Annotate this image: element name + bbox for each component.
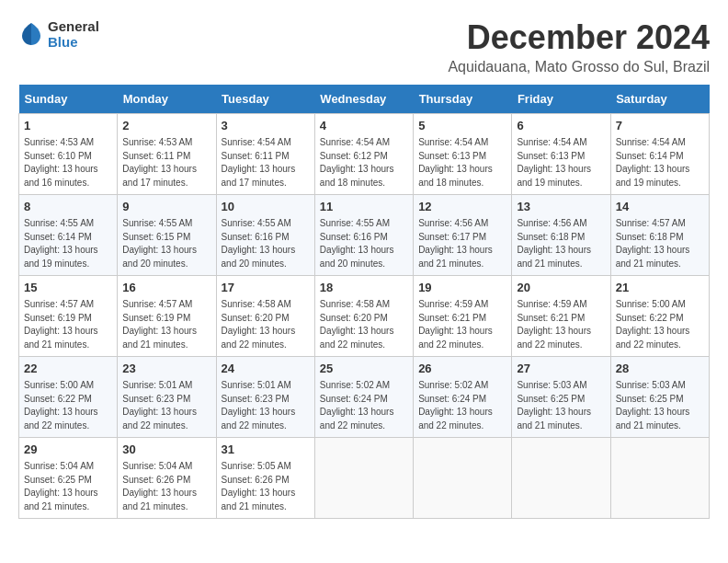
- day-cell: 14Sunrise: 4:57 AMSunset: 6:18 PMDayligh…: [610, 195, 709, 276]
- weekday-header-friday: Friday: [512, 85, 610, 114]
- day-cell: 2Sunrise: 4:53 AMSunset: 6:11 PMDaylight…: [118, 114, 216, 195]
- day-info: Sunrise: 5:00 AMSunset: 6:22 PMDaylight:…: [24, 379, 112, 432]
- day-number: 27: [517, 361, 605, 377]
- day-info: Sunrise: 4:54 AMSunset: 6:11 PMDaylight:…: [222, 136, 310, 190]
- day-cell: 5Sunrise: 4:54 AMSunset: 6:13 PMDaylight…: [414, 114, 512, 195]
- weekday-header-saturday: Saturday: [610, 85, 709, 114]
- day-info: Sunrise: 4:58 AMSunset: 6:20 PMDaylight:…: [222, 298, 310, 351]
- day-cell: [610, 438, 709, 519]
- day-cell: [512, 438, 610, 519]
- weekday-header-monday: Monday: [118, 85, 216, 114]
- day-number: 21: [616, 280, 704, 296]
- location-subtitle: Aquidauana, Mato Grosso do Sul, Brazil: [448, 59, 710, 75]
- day-number: 8: [24, 199, 112, 215]
- day-cell: [414, 438, 512, 519]
- day-info: Sunrise: 4:55 AMSunset: 6:15 PMDaylight:…: [122, 217, 210, 270]
- day-number: 23: [122, 361, 210, 377]
- day-cell: 18Sunrise: 4:58 AMSunset: 6:20 PMDayligh…: [314, 276, 413, 357]
- day-number: 19: [418, 280, 506, 296]
- day-cell: 3Sunrise: 4:54 AMSunset: 6:11 PMDaylight…: [216, 114, 314, 195]
- weekday-header-row: SundayMondayTuesdayWednesdayThursdayFrid…: [19, 85, 710, 114]
- day-number: 28: [616, 361, 704, 377]
- week-row-3: 15Sunrise: 4:57 AMSunset: 6:19 PMDayligh…: [19, 276, 710, 357]
- day-cell: 20Sunrise: 4:59 AMSunset: 6:21 PMDayligh…: [512, 276, 610, 357]
- day-cell: 22Sunrise: 5:00 AMSunset: 6:22 PMDayligh…: [19, 357, 118, 438]
- page-header: General Blue December 2024 Aquidauana, M…: [18, 18, 710, 75]
- day-info: Sunrise: 5:05 AMSunset: 6:26 PMDaylight:…: [222, 460, 310, 513]
- day-number: 1: [24, 118, 112, 134]
- day-info: Sunrise: 5:03 AMSunset: 6:25 PMDaylight:…: [517, 379, 605, 432]
- day-cell: 29Sunrise: 5:04 AMSunset: 6:25 PMDayligh…: [19, 438, 118, 519]
- day-info: Sunrise: 4:59 AMSunset: 6:21 PMDaylight:…: [517, 298, 605, 351]
- weekday-header-thursday: Thursday: [414, 85, 512, 114]
- day-cell: 28Sunrise: 5:03 AMSunset: 6:25 PMDayligh…: [610, 357, 709, 438]
- day-info: Sunrise: 4:53 AMSunset: 6:10 PMDaylight:…: [24, 136, 112, 190]
- day-number: 12: [418, 199, 506, 215]
- day-cell: 31Sunrise: 5:05 AMSunset: 6:26 PMDayligh…: [216, 438, 314, 519]
- day-info: Sunrise: 5:01 AMSunset: 6:23 PMDaylight:…: [122, 379, 210, 432]
- day-cell: 13Sunrise: 4:56 AMSunset: 6:18 PMDayligh…: [512, 195, 610, 276]
- day-cell: 25Sunrise: 5:02 AMSunset: 6:24 PMDayligh…: [314, 357, 413, 438]
- day-info: Sunrise: 4:54 AMSunset: 6:14 PMDaylight:…: [616, 136, 704, 190]
- weekday-header-wednesday: Wednesday: [314, 85, 413, 114]
- day-number: 20: [517, 280, 605, 296]
- day-cell: [314, 438, 413, 519]
- day-cell: 7Sunrise: 4:54 AMSunset: 6:14 PMDaylight…: [610, 114, 709, 195]
- day-info: Sunrise: 4:54 AMSunset: 6:12 PMDaylight:…: [320, 136, 408, 190]
- day-cell: 24Sunrise: 5:01 AMSunset: 6:23 PMDayligh…: [216, 357, 314, 438]
- day-number: 26: [418, 361, 506, 377]
- day-info: Sunrise: 4:54 AMSunset: 6:13 PMDaylight:…: [517, 136, 605, 190]
- day-cell: 19Sunrise: 4:59 AMSunset: 6:21 PMDayligh…: [414, 276, 512, 357]
- day-info: Sunrise: 4:55 AMSunset: 6:16 PMDaylight:…: [320, 217, 408, 270]
- week-row-2: 8Sunrise: 4:55 AMSunset: 6:14 PMDaylight…: [19, 195, 710, 276]
- day-number: 14: [616, 199, 704, 215]
- day-number: 31: [222, 442, 310, 458]
- day-cell: 16Sunrise: 4:57 AMSunset: 6:19 PMDayligh…: [118, 276, 216, 357]
- weekday-header-sunday: Sunday: [19, 85, 118, 114]
- day-number: 10: [222, 199, 310, 215]
- day-cell: 23Sunrise: 5:01 AMSunset: 6:23 PMDayligh…: [118, 357, 216, 438]
- day-cell: 9Sunrise: 4:55 AMSunset: 6:15 PMDaylight…: [118, 195, 216, 276]
- day-info: Sunrise: 4:53 AMSunset: 6:11 PMDaylight:…: [122, 136, 210, 190]
- day-info: Sunrise: 4:59 AMSunset: 6:21 PMDaylight:…: [418, 298, 506, 351]
- day-info: Sunrise: 4:56 AMSunset: 6:18 PMDaylight:…: [517, 217, 605, 270]
- day-info: Sunrise: 5:04 AMSunset: 6:25 PMDaylight:…: [24, 460, 112, 513]
- day-number: 15: [24, 280, 112, 296]
- day-number: 25: [320, 361, 408, 377]
- day-number: 24: [222, 361, 310, 377]
- day-cell: 12Sunrise: 4:56 AMSunset: 6:17 PMDayligh…: [414, 195, 512, 276]
- logo-text: General Blue: [48, 18, 99, 50]
- day-number: 6: [517, 118, 605, 134]
- week-row-5: 29Sunrise: 5:04 AMSunset: 6:25 PMDayligh…: [19, 438, 710, 519]
- day-number: 11: [320, 199, 408, 215]
- title-block: December 2024 Aquidauana, Mato Grosso do…: [448, 18, 710, 75]
- weekday-header-tuesday: Tuesday: [216, 85, 314, 114]
- day-info: Sunrise: 5:01 AMSunset: 6:23 PMDaylight:…: [222, 379, 310, 432]
- day-cell: 21Sunrise: 5:00 AMSunset: 6:22 PMDayligh…: [610, 276, 709, 357]
- day-info: Sunrise: 4:56 AMSunset: 6:17 PMDaylight:…: [418, 217, 506, 270]
- week-row-1: 1Sunrise: 4:53 AMSunset: 6:10 PMDaylight…: [19, 114, 710, 195]
- day-info: Sunrise: 5:04 AMSunset: 6:26 PMDaylight:…: [122, 460, 210, 513]
- day-number: 17: [222, 280, 310, 296]
- day-number: 3: [222, 118, 310, 134]
- day-info: Sunrise: 4:57 AMSunset: 6:18 PMDaylight:…: [616, 217, 704, 270]
- month-title: December 2024: [448, 18, 710, 57]
- day-number: 18: [320, 280, 408, 296]
- day-info: Sunrise: 4:58 AMSunset: 6:20 PMDaylight:…: [320, 298, 408, 351]
- day-info: Sunrise: 4:57 AMSunset: 6:19 PMDaylight:…: [122, 298, 210, 351]
- day-info: Sunrise: 4:54 AMSunset: 6:13 PMDaylight:…: [418, 136, 506, 190]
- day-info: Sunrise: 5:00 AMSunset: 6:22 PMDaylight:…: [616, 298, 704, 351]
- day-cell: 4Sunrise: 4:54 AMSunset: 6:12 PMDaylight…: [314, 114, 413, 195]
- day-info: Sunrise: 5:03 AMSunset: 6:25 PMDaylight:…: [616, 379, 704, 432]
- day-cell: 6Sunrise: 4:54 AMSunset: 6:13 PMDaylight…: [512, 114, 610, 195]
- day-cell: 15Sunrise: 4:57 AMSunset: 6:19 PMDayligh…: [19, 276, 118, 357]
- day-number: 16: [122, 280, 210, 296]
- day-number: 4: [320, 118, 408, 134]
- day-info: Sunrise: 5:02 AMSunset: 6:24 PMDaylight:…: [320, 379, 408, 432]
- day-cell: 1Sunrise: 4:53 AMSunset: 6:10 PMDaylight…: [19, 114, 118, 195]
- day-number: 5: [418, 118, 506, 134]
- day-number: 2: [122, 118, 210, 134]
- day-cell: 27Sunrise: 5:03 AMSunset: 6:25 PMDayligh…: [512, 357, 610, 438]
- calendar-table: SundayMondayTuesdayWednesdayThursdayFrid…: [18, 85, 710, 519]
- day-cell: 17Sunrise: 4:58 AMSunset: 6:20 PMDayligh…: [216, 276, 314, 357]
